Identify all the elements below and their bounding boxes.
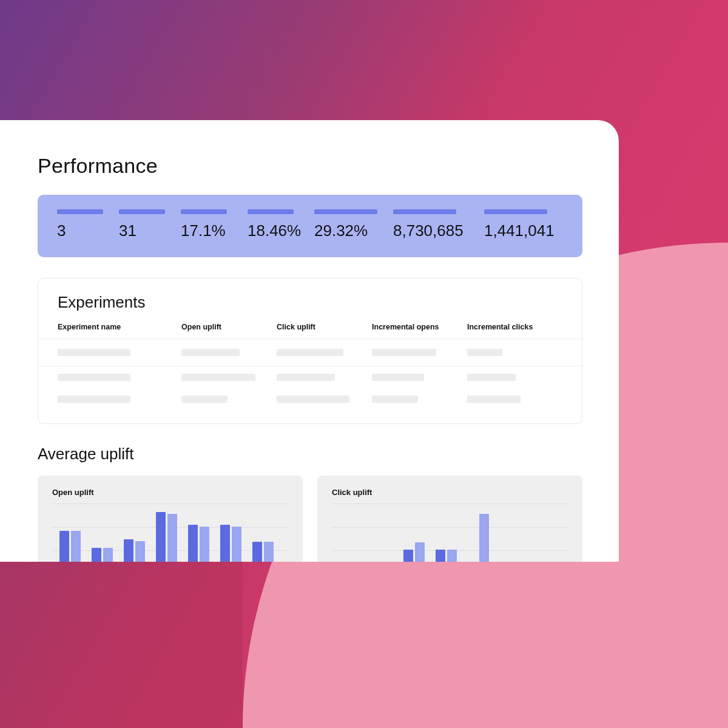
- stat-value: 31: [119, 221, 169, 240]
- bar-series-b: [71, 531, 81, 562]
- bar-series-a: [220, 525, 230, 562]
- chart-bars: [339, 506, 561, 562]
- bar-pair: [59, 531, 81, 562]
- placeholder: [277, 374, 335, 381]
- placeholder: [467, 396, 521, 403]
- page-title: Performance: [38, 154, 582, 178]
- bar-pair: [92, 548, 113, 562]
- bar-series-b: [167, 514, 177, 562]
- click-uplift-chart: Click uplift: [317, 476, 582, 562]
- placeholder: [58, 374, 130, 381]
- col-incremental-clicks: Incremental clicks: [467, 323, 562, 331]
- bar-pair: [156, 512, 177, 562]
- dashboard-card: Performance 3 31 17.1% 18.46% 29.32%: [0, 120, 619, 562]
- bar-series-a: [59, 531, 69, 562]
- placeholder: [181, 349, 240, 356]
- bar-series-b: [135, 541, 145, 562]
- placeholder: [58, 349, 130, 356]
- bar-series-a: [124, 539, 133, 562]
- table-row[interactable]: [38, 339, 582, 366]
- bar-pair: [436, 550, 457, 562]
- chart-title: Click uplift: [332, 488, 568, 497]
- bar-series-b: [103, 548, 113, 562]
- placeholder: [372, 396, 418, 403]
- stat-item: 18.46%: [248, 209, 302, 240]
- bar-series-b: [415, 542, 425, 562]
- table-row[interactable]: [38, 366, 582, 388]
- stat-value: 3: [57, 221, 107, 240]
- bar-series-b: [479, 514, 489, 562]
- col-incremental-opens: Incremental opens: [372, 323, 467, 331]
- placeholder: [467, 349, 502, 356]
- bar-series-b: [264, 542, 274, 562]
- chart-title: Open uplift: [52, 488, 288, 497]
- bar-pair: [124, 539, 145, 562]
- stat-label-placeholder: [314, 209, 377, 214]
- col-experiment-name: Experiment name: [58, 323, 181, 331]
- bar-series-b: [200, 527, 209, 562]
- col-open-uplift: Open uplift: [181, 323, 277, 331]
- experiments-title: Experiments: [38, 293, 582, 312]
- bar-pair: [188, 525, 209, 562]
- stat-label-placeholder: [393, 209, 456, 214]
- chart-bars: [59, 506, 281, 562]
- placeholder: [372, 349, 436, 356]
- bar-pair: [403, 542, 425, 562]
- bar-pair: [252, 542, 274, 562]
- average-uplift-title: Average uplift: [38, 445, 582, 463]
- stat-value: 18.46%: [248, 221, 302, 240]
- stat-label-placeholder: [119, 209, 165, 214]
- stat-value: 17.1%: [181, 221, 235, 240]
- placeholder: [277, 396, 349, 403]
- bar-pair: [220, 525, 241, 562]
- stat-item: 29.32%: [314, 209, 381, 240]
- bg-shape-block: [0, 558, 243, 728]
- bar-series-b: [447, 550, 457, 562]
- bar-pair: [468, 514, 489, 562]
- stat-label-placeholder: [57, 209, 103, 214]
- stat-item: 1,441,041: [484, 209, 557, 240]
- placeholder: [181, 396, 228, 403]
- bar-series-a: [403, 550, 413, 562]
- placeholder: [277, 349, 343, 356]
- open-uplift-chart: Open uplift: [38, 476, 303, 562]
- bar-series-a: [252, 542, 262, 562]
- stat-label-placeholder: [484, 209, 547, 214]
- bar-series-a: [436, 550, 445, 562]
- stat-label-placeholder: [181, 209, 227, 214]
- experiments-panel: Experiments Experiment name Open uplift …: [38, 278, 582, 424]
- placeholder: [58, 396, 130, 403]
- stats-bar: 3 31 17.1% 18.46% 29.32% 8,730,685: [38, 195, 582, 257]
- col-click-uplift: Click uplift: [277, 323, 372, 331]
- stat-item: 31: [119, 209, 169, 240]
- background-gradient: Performance 3 31 17.1% 18.46% 29.32%: [0, 0, 728, 728]
- table-row[interactable]: [38, 388, 582, 410]
- placeholder: [181, 374, 255, 381]
- bar-series-b: [232, 527, 241, 562]
- stat-item: 3: [57, 209, 107, 240]
- stat-label-placeholder: [248, 209, 294, 214]
- placeholder: [372, 374, 424, 381]
- stat-item: 8,730,685: [393, 209, 472, 240]
- stat-value: 1,441,041: [484, 221, 557, 240]
- bar-series-a: [156, 512, 166, 562]
- stat-item: 17.1%: [181, 209, 235, 240]
- experiments-table-header: Experiment name Open uplift Click uplift…: [38, 323, 582, 339]
- charts-row: Open uplift Click uplift: [38, 476, 582, 562]
- stat-value: 8,730,685: [393, 221, 472, 240]
- stat-value: 29.32%: [314, 221, 381, 240]
- bar-series-a: [188, 525, 198, 562]
- placeholder: [467, 374, 516, 381]
- bar-series-a: [92, 548, 101, 562]
